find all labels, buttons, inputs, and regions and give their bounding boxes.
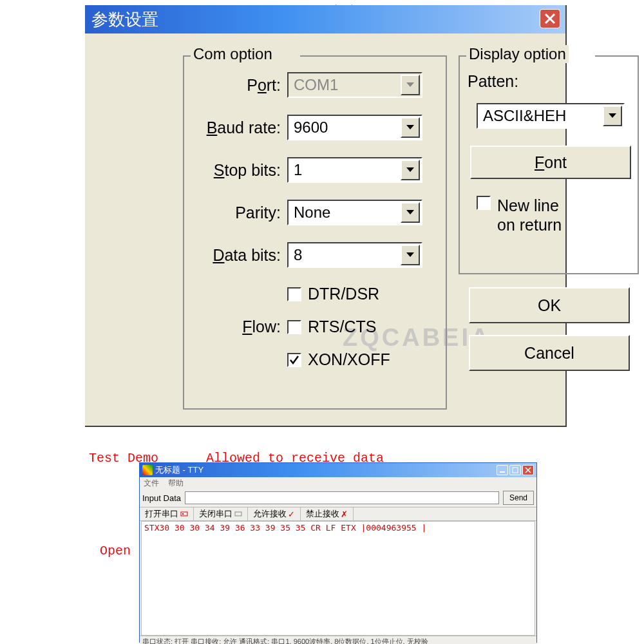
patten-value: ASCII&HEH (483, 107, 566, 125)
stopbits-value: 1 (294, 161, 302, 179)
ok-button[interactable]: OK (469, 287, 630, 323)
parity-dropdown-button[interactable] (401, 202, 420, 223)
close-port-button[interactable]: 关闭串口 (194, 507, 248, 520)
port-dropdown-button[interactable] (401, 75, 420, 95)
cancel-button[interactable]: Cancel (469, 335, 630, 371)
baud-dropdown-button[interactable] (401, 117, 420, 138)
rtscts-label: RTS/CTS (308, 317, 377, 336)
dtrdsr-checkbox[interactable] (287, 287, 301, 301)
stopbits-label: Stop bits: (184, 161, 281, 180)
forbid-receive-button[interactable]: 禁止接收✗ (301, 507, 354, 520)
chevron-down-icon (406, 167, 415, 173)
display-option-group: Display option Patten: ASCII&HEH Font Ne… (459, 55, 639, 274)
minimize-icon (499, 467, 506, 473)
baud-label: Baud rate: (184, 118, 281, 137)
port-icon (180, 510, 188, 518)
port-select[interactable]: COM1 (287, 72, 422, 98)
com-option-group: Com option Port: COM1 Baud rate: 9600 St… (183, 55, 447, 410)
parity-value: None (294, 204, 330, 222)
close-button[interactable] (540, 9, 560, 28)
display-option-legend: Display option (466, 45, 569, 63)
tty-close-button[interactable] (522, 465, 534, 475)
send-button[interactable]: Send (503, 491, 534, 505)
svg-rect-2 (181, 512, 187, 516)
databits-value: 8 (294, 246, 302, 264)
tty-toolbar: 打开串口 关闭串口 允许接收✓ 禁止接收✗ (140, 507, 536, 521)
tty-window: 无标题 - TTY 文件 帮助 Input Data Send 打开串口 关闭串… (139, 462, 537, 643)
status-bar: 串口状态: 打开 串口接收: 允许 通讯格式: 串口1, 9600波特率, 8位… (140, 636, 536, 644)
rtscts-checkbox[interactable] (287, 320, 301, 334)
xonxoff-label: XON/XOFF (308, 350, 390, 369)
menu-file[interactable]: 文件 (144, 478, 159, 489)
baud-select[interactable]: 9600 (287, 115, 422, 140)
menu-help[interactable]: 帮助 (168, 478, 184, 489)
baud-value: 9600 (294, 118, 328, 137)
data-line: STX30 30 30 34 39 36 33 39 35 35 CR LF E… (144, 523, 426, 533)
chevron-down-icon (406, 209, 415, 216)
svg-rect-0 (500, 471, 505, 473)
chevron-down-icon (608, 113, 617, 119)
input-data-field[interactable] (185, 491, 499, 504)
menu-bar: 文件 帮助 (140, 477, 536, 489)
stopbits-select[interactable]: 1 (287, 157, 422, 183)
svg-rect-4 (235, 512, 242, 516)
newline-label: New line on return (497, 196, 562, 234)
databits-select[interactable]: 8 (287, 242, 422, 268)
input-data-label: Input Data (142, 493, 181, 503)
dialog-title: 参数设置 (91, 8, 158, 31)
dialog-titlebar: 参数设置 (85, 5, 565, 33)
check-icon (289, 355, 299, 365)
minimize-button[interactable] (497, 465, 508, 475)
maximize-button[interactable] (509, 465, 521, 475)
com-option-legend: Com option (191, 45, 275, 63)
flow-label: Flow: (184, 317, 281, 336)
port-value: COM1 (294, 76, 338, 94)
app-icon (142, 465, 153, 475)
dtrdsr-label: DTR/DSR (308, 285, 379, 303)
font-button[interactable]: Font (470, 146, 631, 179)
close-icon (544, 12, 556, 25)
databits-label: Data bits: (184, 246, 281, 265)
port-label: Port: (184, 76, 281, 95)
tty-titlebar: 无标题 - TTY (140, 463, 536, 477)
allow-receive-button[interactable]: 允许接收✓ (248, 507, 301, 520)
patten-label: Patten: (468, 72, 518, 91)
svg-rect-3 (182, 513, 184, 515)
parity-label: Parity: (184, 204, 281, 222)
settings-dialog: 参数设置 ZQCABEIA Com option Port: COM1 Baud… (85, 5, 567, 427)
patten-dropdown-button[interactable] (603, 106, 622, 126)
open-port-button[interactable]: 打开串口 (140, 507, 194, 520)
chevron-down-icon (406, 124, 415, 131)
xonxoff-checkbox[interactable] (287, 353, 301, 367)
maximize-icon (512, 467, 518, 473)
tty-title: 无标题 - TTY (155, 464, 204, 476)
data-output-area: STX30 30 30 34 39 36 33 39 35 35 CR LF E… (141, 521, 535, 636)
close-icon (525, 467, 531, 473)
port-icon (234, 510, 242, 518)
stopbits-dropdown-button[interactable] (401, 160, 420, 180)
newline-checkbox[interactable] (477, 196, 491, 210)
svg-rect-1 (513, 468, 518, 473)
chevron-down-icon (406, 252, 415, 258)
databits-dropdown-button[interactable] (401, 245, 420, 265)
chevron-down-icon (406, 82, 415, 88)
patten-select[interactable]: ASCII&HEH (477, 103, 625, 129)
parity-select[interactable]: None (287, 200, 422, 225)
